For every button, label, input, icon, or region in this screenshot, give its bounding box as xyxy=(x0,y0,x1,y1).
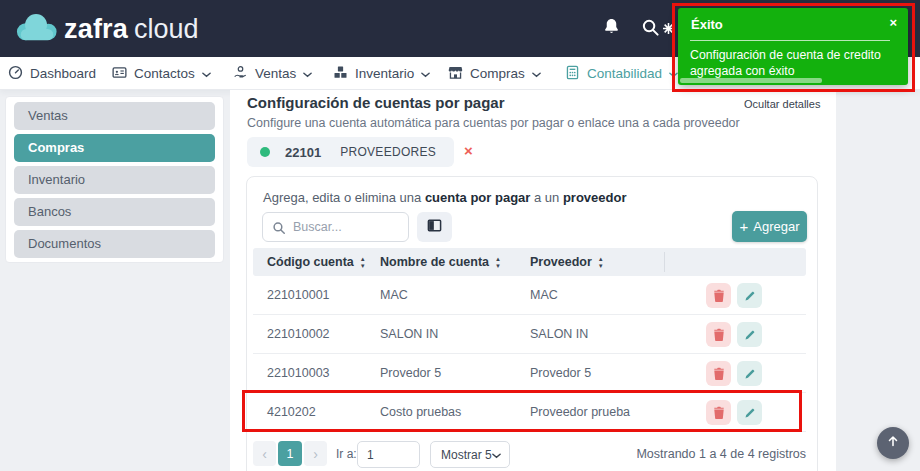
chevron-down-icon xyxy=(492,448,501,462)
app-screen: zafra cloud xyxy=(0,0,920,471)
column-header-nombre[interactable]: Nombre de cuenta ▲▼ xyxy=(380,248,501,276)
arrow-up-icon xyxy=(886,434,900,452)
page-size-label: Mostrar 5 xyxy=(441,448,492,462)
header-label: Nombre de cuenta xyxy=(380,255,489,269)
edit-row-button[interactable] xyxy=(737,361,762,386)
section-sidebar: Ventas Compras Inventario Bancos Documen… xyxy=(5,96,224,263)
table-row: 221010001 MAC MAC xyxy=(253,276,806,315)
columns-icon xyxy=(427,218,442,237)
edit-row-button[interactable] xyxy=(737,283,762,308)
instruction-bold: proveedor xyxy=(563,190,627,205)
trash-icon xyxy=(713,289,725,302)
cell-proveedor: SALON IN xyxy=(530,315,588,354)
trash-icon xyxy=(713,367,725,380)
nav-label: Contabilidad xyxy=(587,66,662,81)
table-row: 221010002 SALON IN SALON IN xyxy=(253,315,806,354)
header-divider xyxy=(664,252,665,272)
hide-details-link[interactable]: Ocultar detalles xyxy=(744,98,820,110)
nav-item-ventas[interactable]: Ventas xyxy=(233,57,312,90)
id-card-icon xyxy=(112,65,127,83)
account-code: 22101 xyxy=(285,145,321,160)
instruction-bold: cuenta por pagar xyxy=(425,190,530,205)
nav-item-compras[interactable]: Compras xyxy=(448,57,541,90)
instruction-text: a un xyxy=(530,190,563,205)
nav-item-dashboard[interactable]: Dashboard xyxy=(8,57,96,90)
logo-text-light: cloud xyxy=(134,14,199,45)
plus-icon: + xyxy=(739,218,748,235)
pencil-icon xyxy=(744,368,756,380)
annotation-highlight-row xyxy=(242,390,802,432)
page-subtitle: Configure una cuenta automática para cue… xyxy=(247,116,740,130)
nav-item-contactos[interactable]: Contactos xyxy=(112,57,211,90)
table-row: 221010003 Provedor 5 Provedor 5 xyxy=(253,354,806,393)
cell-nombre: SALON IN xyxy=(380,315,438,354)
column-header-codigo[interactable]: Código cuenta ▲▼ xyxy=(267,248,366,276)
trash-icon xyxy=(713,328,725,341)
delete-row-button[interactable] xyxy=(706,283,731,308)
goto-page-input[interactable] xyxy=(357,441,420,468)
nav-label: Compras xyxy=(470,66,525,81)
header-label: Código cuenta xyxy=(267,255,354,269)
nav-label: Contactos xyxy=(134,66,195,81)
cloud-logo-icon xyxy=(16,12,58,46)
goto-page-label: Ir a: xyxy=(336,447,357,461)
pencil-icon xyxy=(744,290,756,302)
add-button-label: Agregar xyxy=(753,219,799,234)
calculator-icon xyxy=(565,65,580,83)
bell-icon[interactable] xyxy=(602,17,621,40)
pencil-icon xyxy=(744,329,756,341)
sidebar-item-ventas[interactable]: Ventas xyxy=(14,102,215,130)
brand-logo[interactable]: zafra cloud xyxy=(16,12,199,46)
logo-text-bold: zafra xyxy=(64,14,128,45)
header-label: Proveedor xyxy=(530,255,592,269)
hand-coin-icon xyxy=(233,65,248,83)
linked-account-chip[interactable]: 22101 PROVEEDORES xyxy=(247,137,454,167)
chevron-down-icon xyxy=(421,66,430,81)
scroll-to-top-button[interactable] xyxy=(877,427,909,459)
nav-label: Inventario xyxy=(355,66,414,81)
sidebar-item-bancos[interactable]: Bancos xyxy=(14,198,215,226)
sort-icon[interactable]: ▲▼ xyxy=(598,256,604,269)
annotation-highlight-toast xyxy=(672,3,915,92)
store-icon xyxy=(448,65,463,83)
column-header-proveedor[interactable]: Proveedor ▲▼ xyxy=(530,248,604,276)
sort-icon[interactable]: ▲▼ xyxy=(360,256,366,269)
pagination-summary: Mostrando 1 a 4 de 4 registros xyxy=(556,447,806,461)
search-icon[interactable] xyxy=(641,18,660,41)
edit-row-button[interactable] xyxy=(737,322,762,347)
page-size-select[interactable]: Mostrar 5 xyxy=(430,441,510,468)
pagination-page-1[interactable]: 1 xyxy=(278,441,302,466)
nav-item-inventario[interactable]: Inventario xyxy=(333,57,430,90)
instruction-text: Agrega, edita o elimina una xyxy=(263,190,425,205)
delete-row-button[interactable] xyxy=(706,361,731,386)
search-input[interactable] xyxy=(263,213,408,241)
cell-nombre: Provedor 5 xyxy=(380,354,441,393)
nav-label: Dashboard xyxy=(30,66,96,81)
delete-row-button[interactable] xyxy=(706,322,731,347)
cell-codigo: 221010002 xyxy=(267,315,330,354)
add-button[interactable]: + Agregar xyxy=(732,211,807,242)
sidebar-item-documentos[interactable]: Documentos xyxy=(14,230,215,258)
cell-proveedor: MAC xyxy=(530,276,558,315)
boxes-icon xyxy=(333,65,348,83)
column-visibility-button[interactable] xyxy=(417,212,452,242)
chevron-down-icon xyxy=(532,66,541,81)
cell-nombre: MAC xyxy=(380,276,408,315)
table-header-row: Código cuenta ▲▼ Nombre de cuenta ▲▼ Pro… xyxy=(253,248,806,276)
gauge-icon xyxy=(8,65,23,83)
pagination-prev-button[interactable]: ‹ xyxy=(253,441,276,466)
sort-icon[interactable]: ▲▼ xyxy=(495,256,501,269)
chevron-down-icon xyxy=(303,66,312,81)
remove-account-icon[interactable]: × xyxy=(464,142,473,159)
active-status-dot-icon xyxy=(260,147,270,157)
sidebar-item-compras[interactable]: Compras xyxy=(14,134,215,162)
account-name: PROVEEDORES xyxy=(340,145,436,159)
cell-codigo: 221010003 xyxy=(267,354,330,393)
page-title: Configuración de cuentas por pagar xyxy=(247,94,505,111)
nav-label: Ventas xyxy=(255,66,296,81)
pagination-next-button[interactable]: › xyxy=(304,441,327,466)
nav-item-contabilidad[interactable]: Contabilidad xyxy=(565,57,678,90)
table-search-box xyxy=(262,212,409,242)
chevron-down-icon xyxy=(202,66,211,81)
sidebar-item-inventario[interactable]: Inventario xyxy=(14,166,215,194)
